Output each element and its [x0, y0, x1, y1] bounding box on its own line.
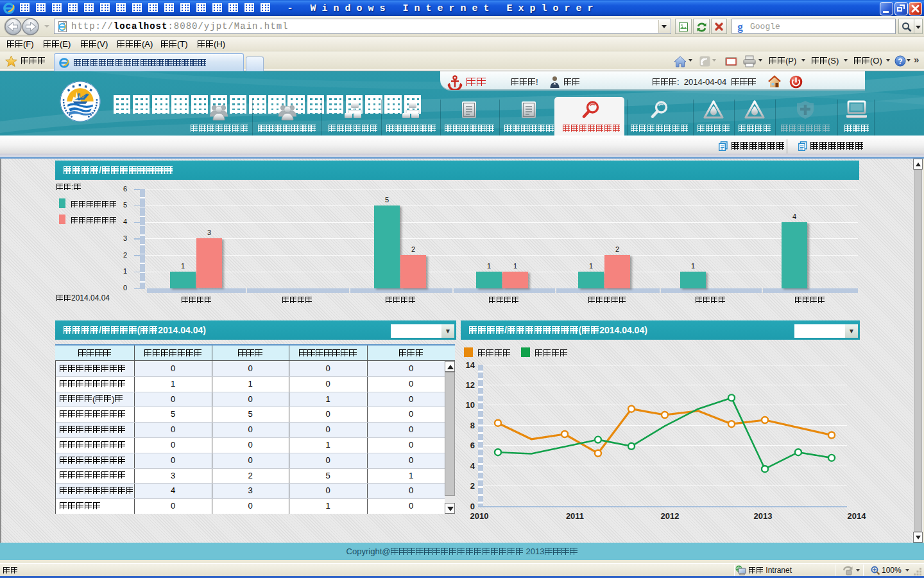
svg-text:?: ?	[898, 57, 902, 66]
